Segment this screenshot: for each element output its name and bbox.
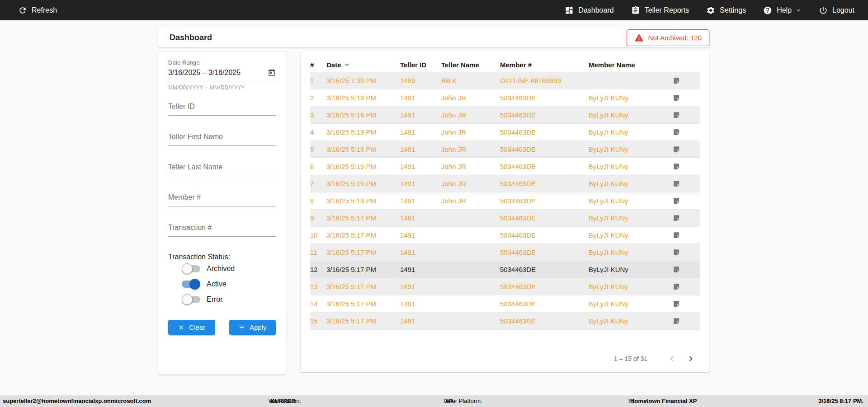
row-member-number: 5034463DE bbox=[500, 197, 589, 205]
sort-chevron-icon bbox=[344, 61, 350, 68]
row-number: 14 bbox=[310, 300, 326, 308]
row-teller-id: 1489 bbox=[400, 77, 441, 84]
apply-button[interactable]: Apply bbox=[229, 320, 276, 335]
logged-in-user: superteller2@hometownfinancialxp.onmicro… bbox=[3, 395, 151, 407]
dashboard-icon bbox=[565, 6, 574, 15]
table-row[interactable]: 11 3/16/25 5:17 PM 1491 5034463DE ByLyJI… bbox=[310, 244, 700, 261]
row-number: 11 bbox=[310, 248, 326, 256]
row-date: 3/16/25 5:17 PM bbox=[326, 214, 400, 222]
row-member-name: ByLyJI KUNy bbox=[589, 111, 673, 119]
apply-label: Apply bbox=[250, 323, 267, 331]
active-label: Active bbox=[207, 280, 226, 288]
topbar-nav: Dashboard Teller Reports Settings Help L… bbox=[565, 6, 854, 15]
row-teller-id: 1491 bbox=[400, 317, 441, 325]
row-member-name: ByLyJI KUNy bbox=[589, 128, 673, 136]
page-header: Dashboard Not Archived: 120 bbox=[158, 28, 709, 47]
archived-switch[interactable] bbox=[182, 263, 200, 274]
nav-help[interactable]: Help bbox=[763, 6, 802, 15]
previous-page-button[interactable] bbox=[666, 353, 677, 364]
transaction-status-label: Transaction Status: bbox=[168, 253, 276, 261]
table-row[interactable]: 12 3/16/25 5:17 PM 1491 5034463DE ByLyJI… bbox=[310, 261, 700, 278]
note-icon[interactable] bbox=[673, 94, 700, 102]
row-teller-id: 1491 bbox=[400, 300, 441, 308]
nav-teller-reports[interactable]: Teller Reports bbox=[631, 6, 689, 15]
row-member-number: OFFLINE-88769999 bbox=[500, 77, 589, 84]
note-icon[interactable] bbox=[673, 266, 700, 273]
table-row[interactable]: 15 3/16/25 5:17 PM 1491 5034463DE ByLyJI… bbox=[310, 313, 700, 330]
pagination-range: 1 – 15 of 31 bbox=[614, 355, 647, 362]
nav-settings[interactable]: Settings bbox=[706, 6, 746, 15]
row-date: 3/16/25 7:39 PM bbox=[326, 77, 400, 84]
refresh-button[interactable]: Refresh bbox=[18, 6, 57, 15]
active-switch[interactable] bbox=[182, 279, 200, 290]
note-icon[interactable] bbox=[673, 163, 700, 170]
row-teller-name: John JR bbox=[441, 111, 500, 119]
next-page-button[interactable] bbox=[685, 353, 696, 364]
toggle-error[interactable]: Error bbox=[182, 292, 276, 307]
row-member-name: ByLyJI KUNy bbox=[589, 214, 673, 222]
note-icon[interactable] bbox=[673, 231, 700, 239]
teller-id-input[interactable] bbox=[168, 103, 276, 116]
table-row[interactable]: 2 3/16/25 5:19 PM 1491 John JR 5034463DE… bbox=[310, 89, 700, 107]
row-teller-name: John JR bbox=[441, 197, 500, 205]
nav-dashboard[interactable]: Dashboard bbox=[565, 6, 613, 15]
row-teller-id: 1491 bbox=[400, 145, 441, 153]
table-row[interactable]: 1 3/16/25 7:39 PM 1489 Bill K OFFLINE-88… bbox=[310, 72, 700, 89]
transaction-number-input[interactable] bbox=[168, 224, 276, 237]
row-member-number: 5034463DE bbox=[500, 266, 589, 273]
reports-icon bbox=[631, 6, 640, 15]
table-row[interactable]: 7 3/16/25 5:19 PM 1491 John JR 5034463DE… bbox=[310, 175, 700, 192]
error-switch[interactable] bbox=[182, 294, 200, 305]
toggle-archived[interactable]: Archived bbox=[182, 261, 276, 276]
table-row[interactable]: 8 3/16/25 5:19 PM 1491 John JR 5034463DE… bbox=[310, 192, 700, 210]
row-date: 3/16/25 5:17 PM bbox=[326, 248, 400, 256]
note-icon[interactable] bbox=[673, 111, 700, 119]
row-date: 3/16/25 5:19 PM bbox=[326, 180, 400, 187]
date-range-input[interactable] bbox=[168, 69, 268, 77]
row-date: 3/16/25 5:19 PM bbox=[326, 163, 400, 170]
note-icon[interactable] bbox=[673, 145, 700, 153]
table-row[interactable]: 6 3/16/25 5:19 PM 1491 John JR 5034463DE… bbox=[310, 158, 700, 175]
row-number: 8 bbox=[310, 197, 326, 205]
table-row[interactable]: 4 3/16/25 5:19 PM 1491 John JR 5034463DE… bbox=[310, 124, 700, 141]
note-icon[interactable] bbox=[673, 128, 700, 136]
row-member-number: 5034463DE bbox=[500, 283, 589, 290]
teller-first-name-input[interactable] bbox=[168, 133, 276, 146]
col-date[interactable]: Date bbox=[326, 61, 400, 69]
nav-help-label: Help bbox=[777, 6, 792, 14]
toggle-active[interactable]: Active bbox=[182, 276, 276, 292]
row-member-name: ByLyJI KUNy bbox=[589, 283, 673, 290]
clear-x-icon bbox=[178, 324, 185, 331]
row-teller-id: 1491 bbox=[400, 283, 441, 290]
note-icon[interactable] bbox=[673, 180, 700, 187]
row-member-name: ByLyJI KUNy bbox=[589, 317, 673, 325]
note-icon[interactable] bbox=[673, 197, 700, 205]
table-row[interactable]: 9 3/16/25 5:17 PM 1491 5034463DE ByLyJI … bbox=[310, 210, 700, 227]
note-icon[interactable] bbox=[673, 248, 700, 256]
note-icon[interactable] bbox=[673, 283, 700, 290]
note-icon[interactable] bbox=[673, 317, 700, 325]
member-number-input[interactable] bbox=[168, 193, 276, 206]
nav-dashboard-label: Dashboard bbox=[578, 6, 613, 14]
nav-logout[interactable]: Logout bbox=[819, 6, 854, 15]
row-teller-name: John JR bbox=[441, 163, 500, 170]
note-icon[interactable] bbox=[673, 214, 700, 222]
clear-button[interactable]: Clear bbox=[168, 320, 215, 335]
col-teller-id: Teller ID bbox=[400, 61, 441, 69]
table-row[interactable]: 14 3/16/25 5:17 PM 1491 5034463DE ByLyJI… bbox=[310, 295, 700, 313]
table-row[interactable]: 13 3/16/25 5:17 PM 1491 5034463DE ByLyJI… bbox=[310, 278, 700, 295]
calendar-button[interactable] bbox=[268, 69, 276, 77]
row-teller-name: John JR bbox=[441, 145, 500, 153]
table-row[interactable]: 10 3/16/25 5:17 PM 1491 5034463DE ByLyJI… bbox=[310, 227, 700, 244]
teller-last-name-input[interactable] bbox=[168, 163, 276, 176]
note-icon[interactable] bbox=[673, 300, 700, 308]
table-row[interactable]: 3 3/16/25 5:19 PM 1491 John JR 5034463DE… bbox=[310, 107, 700, 124]
row-date: 3/16/25 5:19 PM bbox=[326, 128, 400, 136]
archived-label: Archived bbox=[207, 265, 235, 273]
table-row[interactable]: 5 3/16/25 5:19 PM 1491 John JR 5034463DE… bbox=[310, 141, 700, 158]
warning-icon bbox=[634, 33, 644, 42]
status-datetime: 3/16/25 8:17 PM. bbox=[818, 395, 863, 407]
note-icon[interactable] bbox=[673, 77, 700, 84]
row-teller-id: 1491 bbox=[400, 111, 441, 119]
col-number: # bbox=[310, 61, 326, 69]
